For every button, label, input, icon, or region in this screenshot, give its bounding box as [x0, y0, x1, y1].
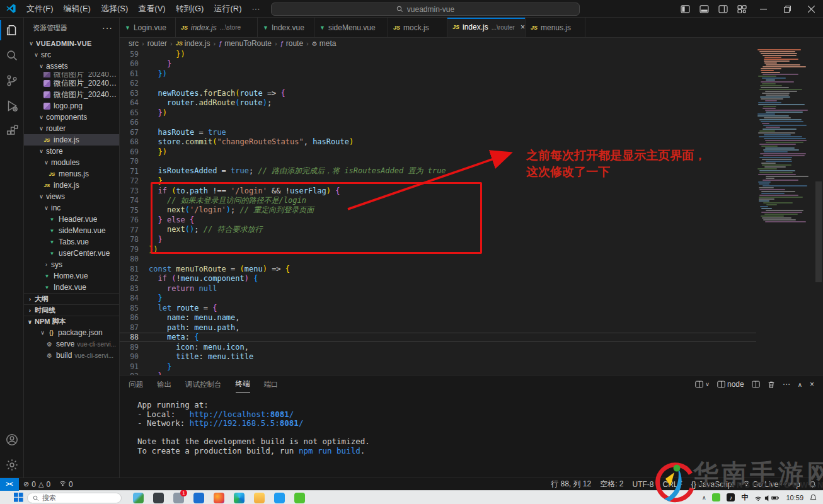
panel-tab-终端[interactable]: 终端 — [236, 375, 250, 393]
menu-···[interactable]: ··· — [246, 2, 265, 16]
panel-close-icon[interactable]: × — [810, 380, 814, 389]
terminal-instance[interactable]: node — [717, 380, 744, 389]
tree-item-Home.vue[interactable]: ▼Home.vue — [24, 270, 119, 282]
pinned-app-icon[interactable]: 1 — [173, 493, 184, 503]
toggle-secondary-sidebar-icon[interactable] — [713, 0, 732, 18]
panel-maximize-icon[interactable]: ∧ — [798, 381, 802, 388]
tree-item-sys[interactable]: ›sys — [24, 259, 119, 270]
explorer-icon[interactable] — [0, 18, 24, 43]
tree-item-index.js[interactable]: JSindex.js — [24, 180, 119, 191]
command-center-search[interactable]: vueadmin-vue — [271, 3, 580, 16]
menu-转到(G)[interactable]: 转到(G) — [171, 2, 209, 16]
tab-sideMenu.vue[interactable]: ▼sideMenu.vue — [314, 18, 388, 37]
edge-icon[interactable] — [234, 493, 245, 503]
file-explorer-icon[interactable] — [254, 493, 265, 503]
tray-chevron-up-icon[interactable]: ∧ — [702, 495, 706, 501]
wifi-volume-battery-icons[interactable] — [754, 494, 780, 501]
cursor-position[interactable]: 行 88, 列 12 — [546, 478, 596, 491]
taskbar-search[interactable]: 搜索 — [27, 493, 122, 503]
tree-item-views[interactable]: ∨views — [24, 191, 119, 202]
tree-item-assets[interactable]: ∨assets — [24, 60, 119, 72]
wechat-tray-icon[interactable] — [712, 493, 720, 501]
tab-menus.js[interactable]: JSmenus.js — [526, 18, 585, 37]
breadcrumb-router[interactable]: router — [147, 39, 167, 48]
tree-item-modules[interactable]: ∨modules — [24, 157, 119, 168]
breadcrumb-menuToRoute[interactable]: ƒmenuToRoute — [219, 39, 272, 48]
explorer-more-icon[interactable]: ··· — [102, 23, 113, 33]
panel-tab-调试控制台[interactable]: 调试控制台 — [185, 375, 222, 393]
start-button[interactable] — [14, 493, 23, 502]
npm-item-package.json[interactable]: ∨{}package.json — [24, 327, 119, 338]
tree-item-logo.png[interactable]: logo.png — [24, 100, 119, 112]
new-terminal-icon[interactable]: ∨ — [695, 381, 710, 388]
toggle-sidebar-icon[interactable] — [676, 0, 694, 18]
tab-Login.vue[interactable]: ▼Login.vue — [120, 18, 176, 37]
editor-scrollbar[interactable] — [815, 181, 822, 282]
tab-index.js[interactable]: JSindex.js...\store — [176, 18, 258, 37]
vscode-icon[interactable] — [274, 493, 285, 503]
tree-item-components[interactable]: ∨components — [24, 112, 119, 123]
source-control-icon[interactable] — [0, 68, 24, 93]
panel-tab-问题[interactable]: 问题 — [129, 375, 143, 393]
breadcrumb-src[interactable]: src — [129, 39, 139, 48]
notification-bell-icon[interactable] — [810, 494, 817, 501]
menu-运行(R)[interactable]: 运行(R) — [209, 2, 246, 16]
customize-layout-icon[interactable] — [732, 0, 751, 18]
section-NPM 脚本[interactable]: ∨NPM 脚本 — [24, 316, 119, 327]
ime-indicator[interactable]: 中 — [741, 493, 748, 502]
tab-index.js[interactable]: JSindex.js...\router× — [447, 18, 526, 37]
terminal-output[interactable]: App running at:- Local: http://localhost… — [120, 393, 823, 455]
tree-item-微信图片_2024012...[interactable]: 微信图片_2024012... — [24, 72, 119, 77]
tree-item-router[interactable]: ∨router — [24, 123, 119, 134]
tree-item-src[interactable]: ∨src — [24, 49, 119, 60]
encoding[interactable]: UTF-8 — [628, 478, 659, 491]
notifications-bell-icon[interactable] — [805, 478, 820, 491]
widgets-icon[interactable] — [133, 493, 144, 503]
npm-item-serve[interactable]: ⚙servevue-cli-servi... — [24, 338, 119, 350]
breadcrumb-route[interactable]: ƒroute — [280, 39, 303, 48]
ports-status[interactable]: 0 — [55, 478, 78, 491]
settings-gear-icon[interactable] — [0, 452, 24, 478]
tiktok-tray-icon[interactable]: ♪ — [727, 493, 735, 501]
go-live-button[interactable]: Go Live — [739, 478, 783, 491]
remote-indicator[interactable]: >< — [0, 478, 19, 491]
tree-item-menus.js[interactable]: JSmenus.js — [24, 168, 119, 180]
search-sidebar-icon[interactable] — [0, 43, 24, 68]
tree-item-Tabs.vue[interactable]: ▼Tabs.vue — [24, 236, 119, 248]
app-colorful-icon[interactable] — [214, 493, 224, 503]
code-editor[interactable]: 59 })60 }61 })6263 newRoutes.forEach(rou… — [120, 49, 823, 375]
account-icon[interactable] — [0, 427, 24, 452]
indentation[interactable]: 空格: 2 — [596, 478, 628, 491]
breadcrumb-index.js[interactable]: JSindex.js — [176, 39, 210, 48]
menu-选择(S)[interactable]: 选择(S) — [96, 2, 133, 16]
app-blue-icon[interactable] — [193, 493, 204, 503]
tree-item-store[interactable]: ∨store — [24, 146, 119, 157]
wechat-icon[interactable] — [294, 493, 305, 503]
tab-mock.js[interactable]: JSmock.js — [388, 18, 447, 37]
phone-link-icon[interactable] — [153, 493, 164, 503]
breadcrumb-meta[interactable]: ⚙meta — [312, 39, 337, 48]
formatter-status[interactable]: ✓p — [783, 478, 805, 491]
tree-item-Header.vue[interactable]: ▼Header.vue — [24, 214, 119, 225]
menu-查看(V)[interactable]: 查看(V) — [133, 2, 170, 16]
minimize-button[interactable] — [751, 0, 775, 18]
tree-item-微信图片_202401251...[interactable]: 微信图片_202401251... — [24, 77, 119, 89]
section-大纲[interactable]: ›大纲 — [24, 293, 119, 304]
kill-terminal-icon[interactable] — [768, 381, 775, 389]
menu-编辑(E)[interactable]: 编辑(E) — [59, 2, 96, 16]
tree-item-VUEADMIN-VUE[interactable]: ∨VUEADMIN-VUE — [24, 38, 119, 49]
restore-button[interactable] — [775, 0, 799, 18]
tree-item-index.js[interactable]: JSindex.js — [24, 134, 119, 146]
panel-tab-输出[interactable]: 输出 — [157, 375, 171, 393]
tree-item-微信图片_202401282...[interactable]: 微信图片_202401282... — [24, 89, 119, 100]
tree-item-sideMenu.vue[interactable]: ▼sideMenu.vue — [24, 225, 119, 236]
panel-tab-端口[interactable]: 端口 — [264, 375, 279, 393]
breadcrumb[interactable]: src›router›JSindex.js›ƒmenuToRoute›ƒrout… — [120, 38, 823, 49]
npm-item-build[interactable]: ⚙buildvue-cli-servi... — [24, 350, 119, 361]
tree-item-Index.vue[interactable]: ▼Index.vue — [24, 282, 119, 293]
minimap[interactable] — [756, 49, 814, 238]
tab-Index.vue[interactable]: ▼Index.vue — [258, 18, 314, 37]
panel-more-icon[interactable]: ⋯ — [783, 380, 790, 389]
tree-item-userCenter.vue[interactable]: ▼userCenter.vue — [24, 248, 119, 259]
toggle-panel-icon[interactable] — [694, 0, 713, 18]
